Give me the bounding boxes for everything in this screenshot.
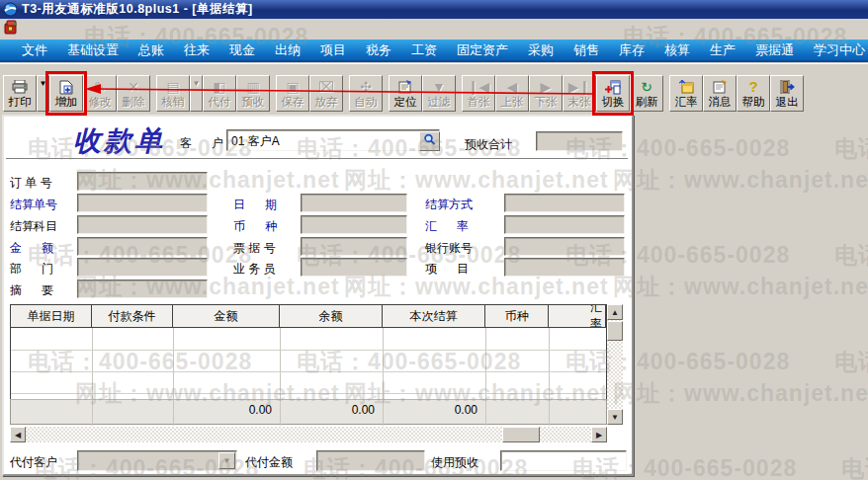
vertical-scroll-thumb[interactable]	[607, 321, 623, 341]
toolbar-button-discard: ⌧放弃	[309, 75, 343, 112]
app-icon	[3, 2, 18, 17]
column-header-7[interactable]: 汇率	[549, 305, 606, 327]
settle-account-label: 结算科目	[10, 218, 57, 235]
toolbar-button-last: ▶❙末张	[563, 75, 596, 112]
bill-no-label: 票 据 号	[233, 240, 276, 257]
writeoff-icon: ▤	[166, 78, 179, 96]
toolbar-button-printer[interactable]: 打印	[3, 75, 37, 112]
toolbar: 打印▼增加✎修改✕删除▤核销▼◧代付▥预收▣保存⌧放弃✣自动定位▼过滤❙◀首张◀…	[0, 63, 868, 115]
menu-item-1[interactable]: 文件	[12, 41, 57, 59]
save-icon: ▣	[286, 78, 299, 96]
printer-icon	[12, 78, 28, 96]
filter-icon: ▼	[432, 78, 446, 96]
menu-item-15[interactable]: 生产	[700, 41, 745, 59]
toolbar-button-label: 自动	[355, 96, 378, 109]
exchange-rate-field	[504, 215, 625, 234]
grid-line	[280, 400, 281, 426]
menu-item-2[interactable]: 基础设置	[57, 41, 129, 59]
grid-line	[11, 393, 606, 394]
toolbar-button-save: ▣保存	[276, 75, 309, 112]
project-label: 项 目	[425, 261, 469, 278]
grid-line	[383, 400, 384, 426]
currency-label: 币 种	[233, 218, 277, 235]
toolbar-button-label: 核销	[162, 96, 185, 109]
settlement-form-window: 收款单 客 户 01 客户A 预收合计 订 单 号结算单号结算科目金 额部 门摘…	[2, 115, 634, 476]
scroll-down-button[interactable]: ▼	[607, 409, 623, 425]
toolbar-button-switch[interactable]: 切换	[596, 75, 630, 112]
menu-item-16[interactable]: 票据通	[745, 41, 804, 59]
menu-item-17[interactable]: 学习中心	[804, 41, 868, 59]
bank-account-label: 银行账号	[425, 240, 473, 257]
menu-item-7[interactable]: 项目	[310, 41, 356, 59]
toolbar-dropdown-printer[interactable]: ▼	[37, 75, 49, 112]
toolbar-button-refresh[interactable]: ↻刷新	[630, 75, 663, 112]
mdi-workspace: 收款单 客 户 01 客户A 预收合计 订 单 号结算单号结算科目金 额部 门摘…	[0, 115, 868, 480]
agent-customer-label: 代付客户	[10, 454, 57, 471]
settle-method-field	[504, 194, 625, 212]
column-header-5[interactable]: 本次结算	[383, 305, 485, 327]
customer-label: 客 户	[180, 135, 223, 152]
menu-item-5[interactable]: 现金	[219, 41, 265, 59]
customer-input[interactable]: 01 客户A	[226, 129, 440, 151]
scroll-right-button[interactable]: ▶	[591, 427, 607, 442]
project-field	[504, 258, 625, 277]
salesman-field	[301, 258, 407, 277]
total-本次结算: 0.00	[383, 403, 477, 417]
toolbar-button-label: 修改	[89, 96, 112, 109]
toolbar-button-label: 上张	[501, 96, 524, 109]
table-header-row: 单据日期付款条件金额余额本次结算币种汇率	[10, 304, 607, 328]
chevron-down-icon[interactable]: ▼	[218, 452, 235, 469]
bank-account-field	[504, 237, 625, 256]
column-header-2[interactable]: 付款条件	[92, 305, 173, 327]
menu-item-4[interactable]: 往来	[174, 41, 219, 59]
menu-item-13[interactable]: 库存	[609, 41, 654, 59]
agent-amount-label: 代付金额	[245, 454, 293, 471]
toolbar-button-message[interactable]: 消息	[703, 75, 737, 112]
toolbar-button-exit[interactable]: 退出	[770, 75, 804, 112]
toolbar-button-label: 末张	[568, 96, 591, 109]
use-prepaid-field[interactable]	[500, 450, 627, 471]
last-icon: ▶❙	[568, 78, 591, 96]
toolbar-button-locate[interactable]: 定位	[389, 75, 422, 112]
memo-field	[77, 280, 208, 298]
scroll-left-button[interactable]: ◀	[10, 427, 26, 442]
toolbar-button-add[interactable]: 增加	[49, 75, 83, 112]
scroll-up-button[interactable]: ▲	[607, 304, 623, 320]
menu-item-6[interactable]: 出纳	[265, 41, 310, 59]
pay-icon: ◧	[213, 78, 225, 96]
edit-icon: ✎	[94, 78, 106, 96]
grid-line	[383, 328, 384, 399]
header-separator	[6, 158, 628, 160]
menu-item-14[interactable]: 核算	[654, 41, 700, 59]
toolbar-button-label: 放弃	[315, 96, 338, 109]
toolbar-button-rate[interactable]: 汇率	[669, 75, 703, 112]
column-header-3[interactable]: 金额	[173, 305, 280, 327]
application-window: T3-用友通标准版10.8plus1 - [单据结算] 文件基础设置总账往来现金…	[0, 0, 868, 480]
toolbar-button-label: 定位	[394, 96, 417, 109]
mdi-child-icon	[3, 20, 19, 36]
amount-label: 金 额	[10, 240, 53, 257]
menu-item-3[interactable]: 总账	[129, 41, 174, 59]
customer-browse-button[interactable]	[419, 131, 440, 151]
grid-line	[485, 400, 486, 426]
menu-item-8[interactable]: 税务	[356, 41, 401, 59]
use-prepaid-label: 使用预收	[431, 454, 478, 471]
total-金额: 0.00	[173, 403, 272, 417]
toolbar-button-pay: ◧代付	[203, 75, 236, 112]
column-header-6[interactable]: 币种	[485, 305, 549, 327]
column-header-1[interactable]: 单据日期	[11, 305, 92, 327]
agent-customer-combo[interactable]: ▼	[77, 450, 237, 471]
grid-line	[11, 350, 606, 351]
horizontal-scroll-thumb[interactable]	[502, 427, 540, 442]
toolbar-button-help[interactable]: ?帮助	[737, 75, 770, 112]
mdi-strip	[0, 19, 868, 40]
toolbar-button-label: 汇率	[675, 96, 698, 109]
menu-item-9[interactable]: 工资	[401, 41, 447, 59]
menu-item-10[interactable]: 固定资产	[447, 41, 518, 59]
column-header-4[interactable]: 余额	[280, 305, 383, 327]
auto-icon: ✣	[360, 78, 372, 96]
menu-item-11[interactable]: 采购	[518, 41, 564, 59]
settle-account-field	[77, 215, 208, 234]
menu-item-12[interactable]: 销售	[564, 41, 609, 59]
toolbar-button-writeoff: ▤核销	[156, 75, 190, 112]
